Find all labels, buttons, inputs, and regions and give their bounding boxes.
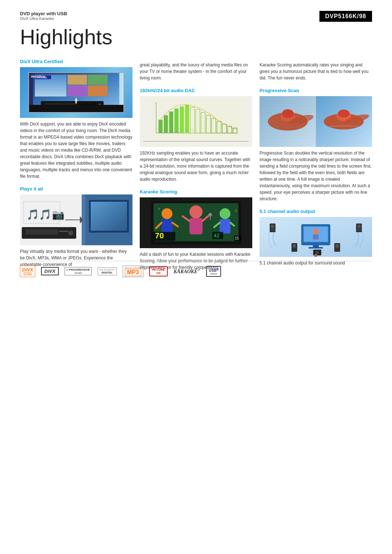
- svg-rect-35: [175, 108, 179, 133]
- svg-rect-108: [260, 140, 316, 140]
- svg-rect-82: [260, 102, 316, 103]
- svg-rect-20: [25, 229, 58, 234]
- karaoke-continued-text: Karaoke Scoring automatically rates your…: [260, 62, 372, 81]
- svg-rect-55: [189, 218, 203, 234]
- dac-illustration: [143, 99, 249, 140]
- logo-karaoke: KÄRAOKÉ✓: [173, 268, 200, 275]
- svg-rect-28: [91, 202, 127, 231]
- logo-divx: DiVX: [41, 267, 58, 275]
- svg-rect-131: [270, 229, 275, 230]
- svg-rect-96: [260, 122, 316, 123]
- svg-rect-90: [260, 114, 316, 114]
- footer-logos: DiVX ULTRA DiVX ≡ PROGRESSIVE SCAN DD DO…: [20, 261, 372, 277]
- divx-image: Worldtrip: [20, 67, 132, 118]
- svg-rect-7: [41, 101, 104, 109]
- header: DVD player with USB DivX Ultra Karaoke D…: [20, 11, 372, 22]
- karaoke-section: Karaoke Scoring: [140, 189, 252, 271]
- svg-rect-36: [180, 106, 184, 133]
- progressive-body: Progressive Scan doubles the vertical re…: [260, 150, 372, 202]
- page-title: Highlights: [20, 25, 372, 49]
- svg-rect-103: [260, 132, 316, 133]
- surround-title: 5.1 channel audio output: [260, 209, 372, 214]
- svg-rect-98: [260, 125, 316, 126]
- divx-body: With DivX support, you are able to enjoy…: [20, 121, 132, 180]
- plays-image: 🎵 🎵 📷: [20, 194, 132, 245]
- svg-text:70: 70: [155, 231, 164, 240]
- dac-body: 192KHz sampling enables you to have an a…: [140, 150, 252, 182]
- svg-rect-112: [260, 145, 316, 146]
- logo-mp3: MP3 PLAYBACK MP3: [123, 266, 143, 277]
- logo-dolby-digital: DD DOLBY® DIGITAL: [98, 267, 117, 275]
- svg-rect-134: [357, 229, 361, 230]
- header-left: DVD player with USB DivX Ultra Karaoke: [20, 11, 67, 21]
- svg-rect-101: [260, 130, 316, 130]
- column-2: great playability, and the luxury of sha…: [140, 59, 252, 277]
- content-grid: DivX Ultra Certified: [20, 59, 372, 277]
- svg-point-125: [313, 229, 319, 234]
- svg-text:🎵: 🎵: [26, 209, 39, 221]
- svg-rect-37: [185, 105, 189, 133]
- surround-image: [260, 217, 372, 257]
- product-type: DVD player with USB: [20, 11, 67, 16]
- svg-rect-102: [260, 131, 316, 132]
- svg-rect-110: [260, 143, 316, 143]
- svg-point-141: [314, 254, 317, 257]
- plays-title: Plays it all: [20, 186, 132, 192]
- svg-text:15: 15: [235, 236, 239, 240]
- svg-point-9: [98, 103, 102, 107]
- progressive-title: Progressive Scan: [260, 88, 372, 93]
- svg-rect-127: [313, 245, 319, 247]
- svg-rect-126: [313, 234, 319, 239]
- karaoke-title: Karaoke Scoring: [140, 189, 252, 194]
- svg-rect-79: [260, 98, 316, 98]
- svg-rect-85: [260, 106, 316, 107]
- svg-rect-78: [260, 96, 316, 97]
- svg-rect-84: [260, 105, 316, 106]
- svg-rect-3: [68, 75, 87, 85]
- model-badge: DVP5166K/98: [319, 11, 372, 22]
- svg-rect-89: [260, 112, 316, 113]
- svg-rect-81: [260, 100, 316, 101]
- svg-text:♫: ♫: [234, 208, 237, 213]
- svg-point-58: [208, 213, 212, 217]
- page: DVD player with USB DivX Ultra Karaoke D…: [0, 0, 392, 288]
- svg-rect-87: [260, 109, 316, 110]
- svg-point-138: [335, 244, 339, 248]
- divx-img-inner: Worldtrip: [28, 72, 124, 113]
- dac-title: 192kHz/24 bit audio DAC: [140, 88, 252, 93]
- svg-rect-94: [260, 119, 316, 120]
- svg-rect-95: [260, 121, 316, 122]
- svg-rect-8: [45, 103, 76, 106]
- plays-illustration: 🎵 🎵 📷: [20, 194, 132, 245]
- svg-rect-5: [68, 85, 87, 96]
- svg-point-133: [357, 225, 361, 228]
- svg-text:🎵: 🎵: [39, 209, 52, 221]
- svg-rect-97: [260, 124, 316, 124]
- svg-point-130: [271, 225, 274, 228]
- karaoke-image: 70 15 42 ♪ ♫: [140, 197, 252, 248]
- svg-rect-93: [260, 118, 316, 119]
- surround-illustration: [260, 217, 372, 257]
- svg-rect-91: [260, 115, 316, 116]
- svg-point-21: [68, 230, 73, 235]
- svg-rect-105: [260, 135, 316, 136]
- svg-rect-86: [260, 108, 316, 108]
- logo-picture-cd: PICTURE CD: [149, 266, 168, 276]
- svg-rect-106: [260, 137, 316, 138]
- svg-text:42: 42: [214, 233, 220, 238]
- logo-progressive-scan: ≡ PROGRESSIVE SCAN: [65, 267, 92, 275]
- svg-point-60: [220, 208, 230, 219]
- svg-rect-6: [88, 85, 107, 96]
- svg-rect-61: [220, 219, 230, 234]
- svg-rect-92: [260, 116, 316, 117]
- svg-point-116: [338, 110, 350, 118]
- divx-title: DivX Ultra Certified: [20, 59, 132, 64]
- svg-rect-128: [309, 247, 323, 249]
- svg-rect-22: [59, 231, 68, 232]
- dac-continued-text: great playability, and the luxury of sha…: [140, 62, 252, 81]
- progressive-section: Progressive Scan: [260, 88, 372, 202]
- svg-rect-100: [260, 128, 316, 129]
- dac-image: [140, 96, 252, 147]
- svg-rect-80: [260, 99, 316, 100]
- plays-section: Plays it all 🎵 🎵 📷: [20, 186, 132, 268]
